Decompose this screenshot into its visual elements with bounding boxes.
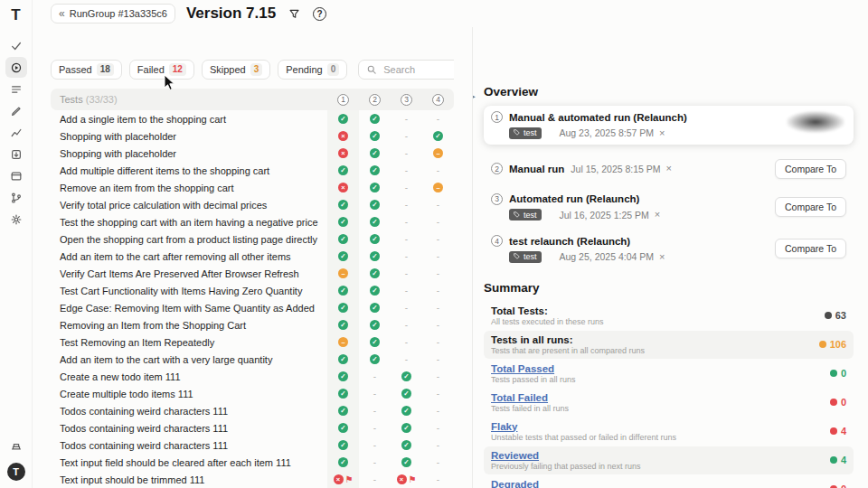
status-cell: ✓ (327, 454, 359, 471)
status-pass-icon: ✓ (370, 286, 380, 296)
remove-run-icon[interactable]: × (655, 210, 660, 220)
table-row[interactable]: Add an item to the cart with a very larg… (51, 351, 454, 368)
status-cell: - (422, 162, 454, 179)
tests-panel: Passed18Failed12Skipped3Pending0 Tests (… (33, 27, 454, 488)
status-none-icon: - (437, 217, 439, 227)
summary-label[interactable]: Flaky (491, 421, 830, 432)
run-tag: test (509, 251, 542, 263)
sidebar-item-list[interactable] (5, 79, 27, 99)
table-row[interactable]: Add a single item to the shopping cart✓✓… (51, 110, 454, 127)
table-row[interactable]: Shopping with placeholder×✓-– (51, 145, 454, 162)
status-cell: - (422, 419, 454, 436)
sidebar-item-library[interactable] (5, 435, 27, 455)
remove-run-icon[interactable]: × (659, 128, 665, 138)
status-none-icon: - (405, 268, 408, 278)
sidebar-item-wand[interactable] (5, 100, 27, 121)
status-cell: ✓ (359, 282, 391, 299)
table-row[interactable]: Todos containing weird characters 111✓-✓… (51, 402, 454, 419)
remove-run-icon[interactable]: × (659, 252, 665, 262)
run-group-back-button[interactable]: « RunGroup #13a335c6 (51, 4, 175, 23)
value-dot-icon (830, 370, 837, 377)
compare-to-button[interactable]: Compare To (775, 197, 846, 217)
sidebar-item-export[interactable] (5, 144, 27, 164)
status-fail-icon: × (334, 474, 344, 484)
sidebar-item-check[interactable] (5, 35, 27, 56)
status-cell: - (422, 436, 454, 454)
table-row[interactable]: Create multiple todo items 111✓-✓- (51, 385, 454, 402)
summary-row[interactable]: ReviewedPreviously failing that passed i… (484, 446, 854, 474)
summary-row[interactable]: DegradedPreviously passed that failed in… (484, 475, 854, 488)
table-row[interactable]: Verify Cart Items Are Preserved After Br… (51, 265, 454, 282)
run-item[interactable]: 1Manual & automated run (Relaunch)testAu… (484, 106, 854, 145)
filter-chip-passed[interactable]: Passed18 (51, 60, 122, 80)
status-cell: ✓ (327, 196, 359, 213)
summary-count: 0 (841, 397, 846, 408)
user-avatar[interactable]: T (7, 463, 25, 481)
run-item[interactable]: 3Automated run (Relaunch)testJul 16, 202… (484, 188, 854, 227)
run-date: Aug 25, 2025 4:04 PM× (560, 251, 665, 262)
test-name: Todos containing weird characters 111 (60, 423, 327, 434)
run-item[interactable]: 2Manual runJul 15, 2025 8:15 PM×Compare … (484, 154, 854, 184)
export-icon (10, 148, 23, 161)
filter-funnel-button[interactable] (287, 6, 302, 22)
table-row[interactable]: Open the shopping cart from a product li… (51, 230, 454, 248)
table-row[interactable]: Todos containing weird characters 111✓-✓… (51, 419, 454, 436)
table-row[interactable]: Todos containing weird characters 111✓-✓… (51, 436, 454, 454)
summary-row[interactable]: Total Tests:All tests executed in these … (484, 302, 854, 330)
search-input[interactable] (382, 63, 454, 76)
collapse-panel-icon[interactable]: ▸ (472, 89, 480, 103)
table-row[interactable]: Remove an item from the shopping cart×✓-… (51, 179, 454, 196)
summary-value: 4 (830, 426, 846, 436)
run-item[interactable]: 4test relaunch (Relaunch)testAug 25, 202… (484, 230, 854, 268)
test-name: Shopping with placeholder (60, 148, 327, 159)
table-row[interactable]: Test Cart Functionality with Items Havin… (51, 282, 454, 299)
table-row[interactable]: Add multiple different items to the shop… (51, 162, 454, 179)
table-row[interactable]: Test Removing an Item Repeatedly–✓-- (51, 333, 454, 351)
sidebar-item-branch[interactable] (5, 187, 27, 208)
table-row[interactable]: Text input should be trimmed 111×⚑-×⚑- (51, 471, 454, 488)
table-row[interactable]: Create a new todo item 111✓-✓- (51, 368, 454, 385)
status-cell: – (422, 145, 454, 162)
table-row[interactable]: Edge Case: Removing Item with Same Quant… (51, 299, 454, 316)
status-cell: - (422, 333, 454, 351)
status-cell: ✓ (327, 299, 359, 316)
table-row[interactable]: Removing an Item from the Shopping Cart✓… (51, 316, 454, 333)
summary-row[interactable]: Total PassedTests passed in all runs0 (484, 360, 854, 388)
test-name: Test Cart Functionality with Items Havin… (60, 286, 327, 296)
sidebar-item-card[interactable] (5, 165, 27, 186)
table-row[interactable]: Test the shopping cart with an item havi… (51, 213, 454, 230)
summary-row[interactable]: Total FailedTests failed in all runs0 (484, 389, 854, 417)
run-number-icon: 3 (401, 94, 412, 106)
summary-row[interactable]: Tests in all runs:Tests that are present… (484, 331, 854, 359)
sidebar-item-runs[interactable] (5, 57, 27, 78)
summary-label[interactable]: Degraded (491, 479, 830, 488)
help-icon[interactable]: ? (313, 7, 326, 21)
value-dot-icon (830, 427, 837, 435)
summary-row[interactable]: FlakyUnstable tests that passed or faile… (484, 418, 854, 446)
status-pass-icon: ✓ (338, 354, 348, 364)
summary-value: 106 (819, 339, 846, 350)
summary-label[interactable]: Reviewed (491, 450, 830, 461)
sidebar-item-analytics[interactable] (5, 122, 27, 143)
summary-label[interactable]: Total Failed (491, 392, 830, 403)
compare-to-button[interactable]: Compare To (775, 159, 846, 179)
run-number-icon: 4 (491, 235, 503, 247)
filter-chip-failed[interactable]: Failed12 (129, 60, 194, 80)
status-pass-icon: ✓ (401, 440, 411, 450)
compare-to-button[interactable]: Compare To (775, 239, 846, 258)
summary-label[interactable]: Total Passed (491, 363, 830, 374)
filter-chip-pending[interactable]: Pending0 (278, 60, 347, 80)
table-row[interactable]: Text input field should be cleared after… (51, 454, 454, 471)
sidebar-item-settings[interactable] (5, 209, 27, 230)
status-cell: ✓ (359, 351, 391, 368)
column-header-cell: 1 (327, 89, 359, 110)
status-cell: - (422, 454, 454, 471)
status-cell: - (391, 351, 422, 368)
table-row[interactable]: Shopping with placeholder×✓-✓ (51, 127, 454, 145)
remove-run-icon[interactable]: × (666, 164, 672, 174)
table-row[interactable]: Add an item to the cart after removing a… (51, 248, 454, 265)
test-list: Add a single item to the shopping cart✓✓… (51, 110, 454, 488)
filter-chip-skipped[interactable]: Skipped3 (202, 60, 270, 80)
table-row[interactable]: Verify total price calculation with deci… (51, 196, 454, 213)
status-cell: - (359, 454, 391, 471)
